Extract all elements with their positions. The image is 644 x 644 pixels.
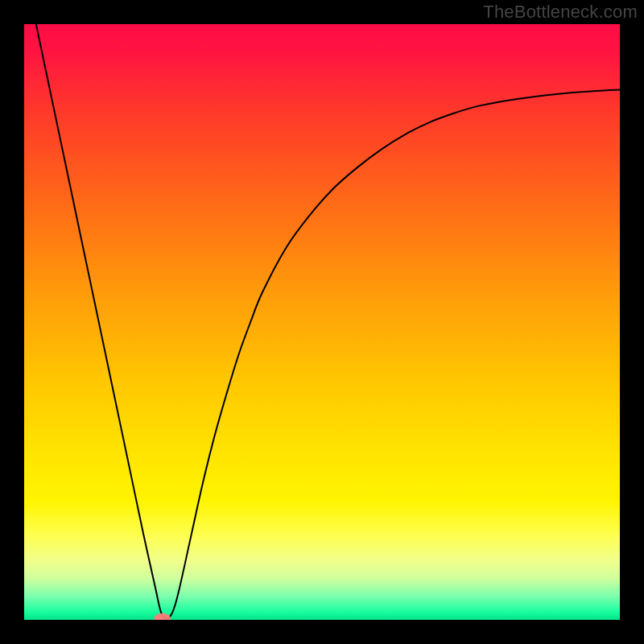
minimum-marker bbox=[154, 613, 171, 620]
bottleneck-curve bbox=[36, 24, 620, 619]
plot-area bbox=[24, 24, 620, 620]
watermark-text: TheBottleneck.com bbox=[483, 2, 638, 23]
chart-frame: TheBottleneck.com bbox=[0, 0, 644, 644]
curve-layer bbox=[24, 24, 620, 620]
